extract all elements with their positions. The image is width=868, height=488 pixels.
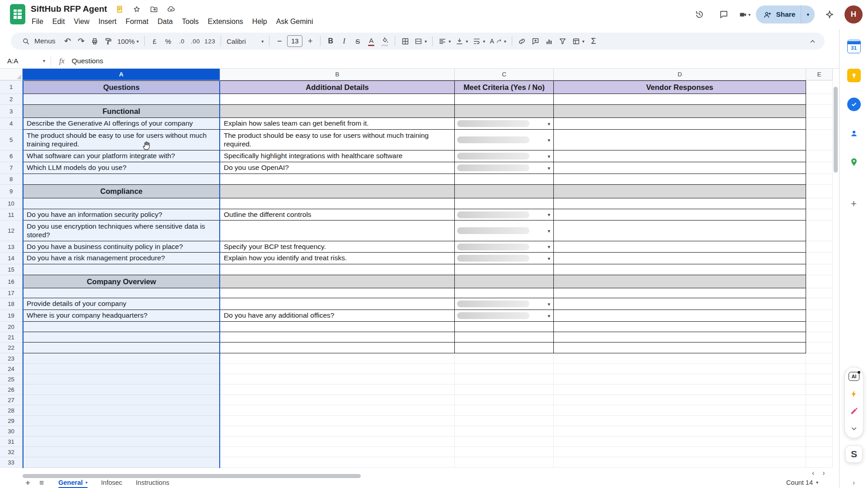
cell-E21[interactable] (806, 332, 833, 343)
italic-button[interactable]: I (337, 34, 351, 48)
cell-A13[interactable]: Do you have a business continuity policy… (23, 241, 220, 253)
cell-D15[interactable] (554, 264, 806, 275)
dropdown-caret-icon[interactable]: ▾ (547, 165, 550, 171)
cell-D30[interactable] (554, 426, 806, 436)
cell-E6[interactable] (806, 150, 833, 162)
cell-E16[interactable] (806, 275, 833, 288)
dropdown-chip-C7[interactable] (457, 164, 529, 171)
cell-E2[interactable] (806, 94, 833, 105)
strikethrough-button[interactable]: S (351, 34, 364, 48)
row-header-26[interactable]: 26 (0, 385, 23, 395)
menu-insert[interactable]: Insert (94, 16, 121, 27)
sheet-tab-instructions[interactable]: Instructions (130, 479, 175, 488)
cell-C18[interactable]: ▾ (455, 298, 554, 310)
cell-A17[interactable] (23, 288, 220, 298)
cell-A7[interactable]: Which LLM models do you use? (23, 162, 220, 174)
cell-A30[interactable] (23, 426, 220, 436)
cell-C24[interactable] (455, 364, 554, 374)
cell-E25[interactable] (806, 374, 833, 385)
cell-B23[interactable] (220, 353, 455, 364)
row-header-28[interactable]: 28 (0, 405, 23, 416)
cell-E1[interactable] (806, 80, 833, 94)
cell-B29[interactable] (220, 416, 455, 426)
cell-D27[interactable] (554, 395, 806, 405)
select-all-corner[interactable] (0, 69, 23, 80)
cell-C16[interactable] (455, 275, 554, 288)
cell-A19[interactable]: Where is your company headquarters? (23, 310, 220, 322)
cell-D33[interactable] (554, 457, 806, 468)
cell-E13[interactable] (806, 241, 833, 253)
create-filter-button[interactable] (556, 34, 570, 48)
cell-B32[interactable] (220, 447, 455, 457)
row-header-7[interactable]: 7 (0, 162, 23, 174)
cell-A8[interactable] (23, 174, 220, 185)
cell-E28[interactable] (806, 405, 833, 416)
cell-D25[interactable] (554, 374, 806, 385)
cell-C8[interactable] (455, 174, 554, 185)
dropdown-caret-icon[interactable]: ▾ (547, 313, 550, 319)
column-header-A[interactable]: A (23, 69, 220, 80)
cell-D10[interactable] (554, 198, 806, 209)
cell-B13[interactable]: Specify your BCP test frequency. (220, 241, 455, 253)
share-button-main[interactable]: Share (756, 10, 801, 19)
cell-C31[interactable] (455, 436, 554, 447)
paint-format-button[interactable] (102, 34, 115, 48)
row-header-27[interactable]: 27 (0, 395, 23, 405)
cell-A1[interactable]: Questions (23, 80, 220, 94)
sheet-tab-infosec[interactable]: Infosec (96, 479, 128, 488)
cell-A22[interactable] (23, 343, 220, 353)
hide-menus-button[interactable] (806, 34, 819, 48)
cell-E15[interactable] (806, 264, 833, 275)
cell-B20[interactable] (220, 322, 455, 332)
cell-E27[interactable] (806, 395, 833, 405)
menu-file[interactable]: File (27, 16, 48, 27)
sparkle-button[interactable] (820, 5, 839, 24)
menu-data[interactable]: Data (153, 16, 177, 27)
cell-D26[interactable] (554, 385, 806, 395)
insert-comment-button[interactable] (529, 34, 542, 48)
row-header-13[interactable]: 13 (0, 241, 23, 253)
cell-D31[interactable] (554, 436, 806, 447)
dropdown-chip-C5[interactable] (457, 136, 529, 143)
row-header-12[interactable]: 12 (0, 221, 23, 241)
star-icon[interactable] (132, 5, 142, 14)
row-header-17[interactable]: 17 (0, 288, 23, 298)
cell-C26[interactable] (455, 385, 554, 395)
cell-C4[interactable]: ▾ (455, 118, 554, 130)
cell-D22[interactable] (554, 343, 806, 353)
cell-A15[interactable] (23, 264, 220, 275)
sifthub-logo[interactable]: S (845, 446, 863, 463)
lightning-icon[interactable] (849, 389, 859, 399)
increase-decimal-button[interactable]: .00 (189, 34, 202, 48)
dropdown-chip-C19[interactable] (457, 312, 529, 319)
cell-E8[interactable] (806, 174, 833, 185)
cell-E10[interactable] (806, 198, 833, 209)
row-header-6[interactable]: 6 (0, 150, 23, 162)
cell-D6[interactable] (554, 150, 806, 162)
cell-E33[interactable] (806, 457, 833, 468)
row-header-2[interactable]: 2 (0, 94, 23, 105)
cell-B30[interactable] (220, 426, 455, 436)
cell-C21[interactable] (455, 332, 554, 343)
chevron-down-icon[interactable] (849, 424, 859, 433)
row-header-31[interactable]: 31 (0, 436, 23, 447)
cell-B1[interactable]: Additional Details (220, 80, 455, 94)
scroll-left-button[interactable]: ‹ (812, 469, 814, 477)
cell-B26[interactable] (220, 385, 455, 395)
cell-E7[interactable] (806, 162, 833, 174)
increase-font-size-button[interactable]: + (303, 34, 317, 48)
cell-C25[interactable] (455, 374, 554, 385)
dropdown-caret-icon[interactable]: ▾ (547, 121, 550, 127)
cell-D9[interactable] (554, 185, 806, 198)
cell-C9[interactable] (455, 185, 554, 198)
cell-D24[interactable] (554, 364, 806, 374)
all-sheets-button[interactable]: ≡ (39, 479, 44, 487)
calendar-icon[interactable]: 31 (847, 40, 861, 53)
column-header-B[interactable]: B (220, 69, 455, 80)
row-header-9[interactable]: 9 (0, 185, 23, 198)
cell-C33[interactable] (455, 457, 554, 468)
merge-cells-button[interactable]: ▾ (412, 34, 429, 48)
cell-C20[interactable] (455, 322, 554, 332)
row-header-16[interactable]: 16 (0, 275, 23, 288)
doc-badge-icon[interactable] (115, 5, 124, 14)
